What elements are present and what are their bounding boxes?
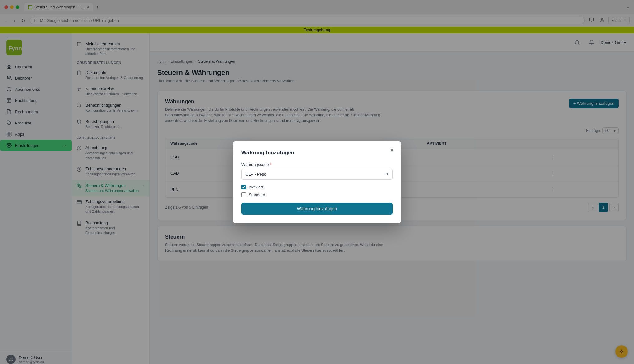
- currency-code-group: Währungscode * EUR - Euro USD - US Dolla…: [241, 162, 393, 180]
- submit-currency-button[interactable]: Währung hinzufügen: [241, 203, 393, 215]
- modal-close-button[interactable]: ×: [388, 146, 396, 155]
- standard-checkbox[interactable]: [241, 192, 246, 197]
- aktiviert-label[interactable]: Aktiviert: [249, 185, 263, 189]
- currency-select-wrapper: EUR - Euro USD - US Dollar GBP - British…: [241, 169, 393, 180]
- currency-code-label: Währungscode *: [241, 162, 393, 167]
- aktiviert-checkbox[interactable]: [241, 185, 246, 189]
- modal-overlay[interactable]: Währung hinzufügen × Währungscode * EUR …: [0, 0, 634, 364]
- add-currency-modal: Währung hinzufügen × Währungscode * EUR …: [233, 141, 401, 223]
- standard-label[interactable]: Standard: [249, 192, 265, 197]
- required-marker: *: [270, 162, 271, 167]
- modal-title: Währung hinzufügen: [241, 150, 393, 156]
- currency-code-select[interactable]: EUR - Euro USD - US Dollar GBP - British…: [241, 169, 393, 180]
- standard-checkbox-group: Standard: [241, 192, 393, 197]
- aktiviert-checkbox-group: Aktiviert: [241, 185, 393, 189]
